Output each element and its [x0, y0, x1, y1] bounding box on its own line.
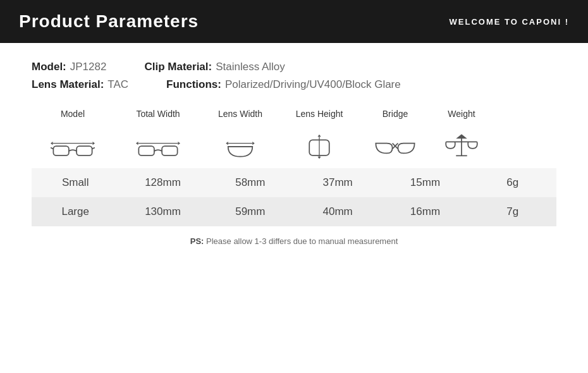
- table-cell: 59mm: [207, 197, 294, 226]
- svg-rect-11: [162, 146, 178, 156]
- table-cell: 16mm: [381, 197, 469, 226]
- svg-marker-23: [456, 134, 467, 138]
- svg-marker-17: [317, 135, 321, 137]
- lens-label: Lens Material:: [32, 78, 104, 91]
- col-lens-width: Lens Width: [202, 109, 278, 119]
- column-headers: Model Total Width Lens Width Lens Height…: [32, 109, 556, 119]
- bridge-icon-cell: [360, 124, 430, 168]
- icons-row: [32, 124, 556, 168]
- col-bridge: Bridge: [360, 109, 430, 119]
- bridge-icon: [373, 130, 417, 162]
- weight-icon-cell: [430, 124, 493, 168]
- lens-height-icon-cell: [278, 124, 360, 168]
- table-cell: 58mm: [207, 168, 294, 197]
- col-total-width: Total Width: [114, 109, 202, 119]
- model-icon: [51, 130, 95, 162]
- svg-marker-18: [317, 157, 321, 159]
- table-cell: 37mm: [294, 168, 381, 197]
- svg-marker-8: [136, 142, 138, 145]
- weight-icon: [439, 130, 484, 162]
- svg-marker-9: [178, 142, 181, 145]
- clip-value: Stainless Alloy: [216, 61, 285, 73]
- functions-value: Polarized/Driving/UV400/Block Glare: [225, 78, 401, 91]
- svg-marker-1: [51, 142, 53, 145]
- header: Product Parameters WELCOME TO CAPONI !: [0, 0, 588, 43]
- lens-value: TAC: [107, 78, 128, 91]
- measurement-section: Model Total Width Lens Width Lens Height…: [32, 109, 556, 226]
- total-width-icon: [136, 130, 180, 162]
- table-row: Large130mm59mm40mm16mm7g: [32, 197, 556, 226]
- lens-width-icon: [218, 130, 262, 162]
- svg-marker-14: [252, 142, 255, 145]
- welcome-text: WELCOME TO CAPONI !: [450, 17, 569, 27]
- svg-rect-4: [77, 146, 92, 156]
- lens-spec: Lens Material: TAC: [32, 78, 128, 91]
- table-cell: Small: [32, 168, 119, 197]
- svg-marker-2: [93, 142, 95, 145]
- ps-note: PS: Please allow 1-3 differs due to manu…: [32, 236, 556, 246]
- content-area: Model: JP1282 Clip Material: Stainless A…: [0, 43, 588, 259]
- svg-marker-13: [226, 142, 228, 145]
- table-cell: 6g: [469, 168, 556, 197]
- page-title: Product Parameters: [19, 11, 199, 32]
- clip-label: Clip Material:: [144, 61, 212, 73]
- functions-label: Functions:: [166, 78, 221, 91]
- clip-spec: Clip Material: Stainless Alloy: [144, 61, 285, 73]
- data-table: Small128mm58mm37mm15mm6gLarge130mm59mm40…: [32, 168, 556, 226]
- model-label: Model:: [32, 61, 66, 73]
- ps-text: Please allow 1-3 differs due to manual m…: [206, 236, 398, 246]
- lens-height-icon: [297, 130, 341, 162]
- model-icon-cell: [32, 124, 114, 168]
- col-lens-height: Lens Height: [278, 109, 360, 119]
- col-model: Model: [32, 109, 114, 119]
- model-spec: Model: JP1282: [32, 61, 106, 73]
- col-weight: Weight: [430, 109, 493, 119]
- table-cell: Large: [32, 197, 119, 226]
- table-cell: 7g: [469, 197, 556, 226]
- svg-rect-10: [138, 146, 154, 156]
- specs-row-1: Model: JP1282 Clip Material: Stainless A…: [32, 61, 556, 73]
- lens-width-icon-cell: [202, 124, 278, 168]
- ps-label: PS:: [190, 236, 204, 246]
- total-width-icon-cell: [114, 124, 202, 168]
- specs-row-2: Lens Material: TAC Functions: Polarized/…: [32, 78, 556, 91]
- table-row: Small128mm58mm37mm15mm6g: [32, 168, 556, 197]
- table-cell: 15mm: [381, 168, 469, 197]
- functions-spec: Functions: Polarized/Driving/UV400/Block…: [166, 78, 401, 91]
- table-cell: 128mm: [119, 168, 206, 197]
- svg-rect-3: [53, 146, 69, 156]
- table-cell: 40mm: [294, 197, 381, 226]
- table-cell: 130mm: [119, 197, 206, 226]
- model-value: JP1282: [70, 61, 107, 73]
